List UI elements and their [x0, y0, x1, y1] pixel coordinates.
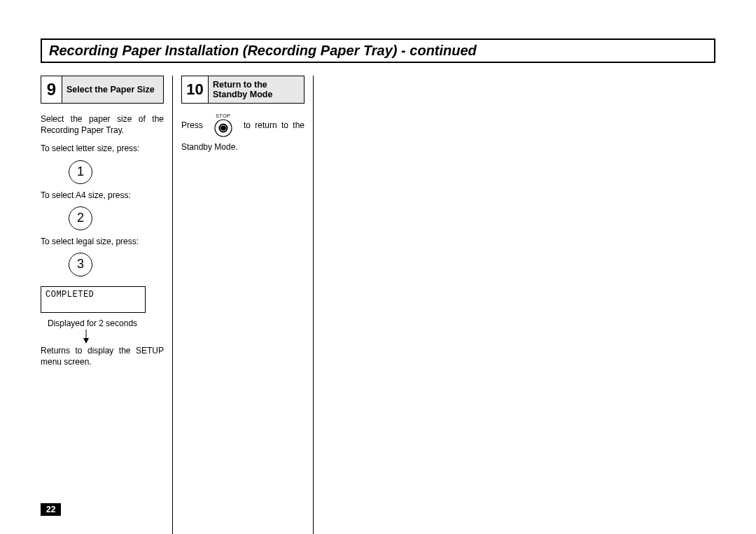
- svg-marker-7: [220, 126, 226, 131]
- lcd-caption: Displayed for 2 seconds: [48, 318, 164, 328]
- step-9-intro: Select the paper size of the Recording P…: [41, 113, 164, 136]
- step-9-title: Select the Paper Size: [62, 76, 163, 103]
- press-text: Press: [181, 120, 203, 130]
- page-number: 22: [41, 503, 61, 516]
- step-10-header: 10 Return to the Standby Mode: [181, 76, 304, 104]
- content-columns: 9 Select the Paper Size Select the paper…: [41, 76, 715, 534]
- step-10-title: Return to the Standby Mode: [209, 76, 304, 103]
- standby-text: Standby Mode.: [181, 141, 304, 153]
- column-step-10: 10 Return to the Standby Mode Press STOP: [181, 76, 314, 534]
- step-9-a4-prompt: To select A4 size, press:: [41, 190, 164, 201]
- to-return-text: to return to the: [244, 120, 304, 130]
- svg-marker-1: [83, 338, 89, 344]
- arrow-down-icon: [83, 330, 90, 344]
- column-step-9: 9 Select the Paper Size Select the paper…: [41, 76, 173, 534]
- step-9-number: 9: [41, 76, 62, 103]
- step-9-letter-prompt: To select letter size, press:: [41, 143, 164, 154]
- keypad-1-button[interactable]: 1: [69, 160, 92, 184]
- stop-icon: [214, 119, 232, 137]
- stop-button-graphic[interactable]: STOP: [214, 113, 232, 137]
- step-10-number: 10: [182, 76, 209, 103]
- manual-page: Recording Paper Installation (Recording …: [0, 0, 756, 534]
- page-title: Recording Paper Installation (Recording …: [41, 38, 715, 63]
- step-9-legal-prompt: To select legal size, press:: [41, 236, 164, 247]
- keypad-3-button[interactable]: 3: [69, 253, 92, 276]
- step-9-returns-text: Returns to display the SETUP menu screen…: [41, 345, 164, 367]
- step-9-header: 9 Select the Paper Size: [41, 76, 164, 104]
- stop-label: STOP: [216, 113, 230, 118]
- keypad-2-button[interactable]: 2: [69, 206, 92, 230]
- step-10-press-row: Press STOP to return to the: [181, 113, 304, 137]
- lcd-display: COMPLETED: [41, 286, 146, 313]
